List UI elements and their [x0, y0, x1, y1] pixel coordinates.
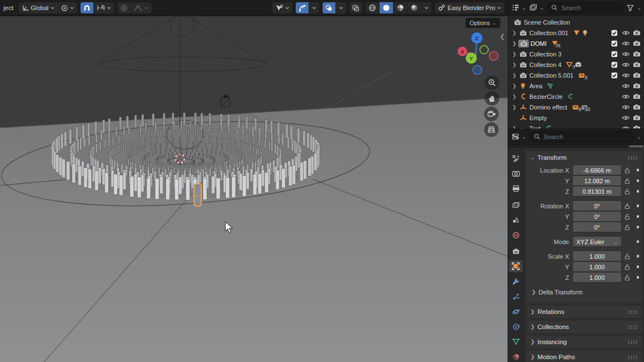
rotation-x-field[interactable]: 0°	[573, 201, 621, 211]
navigation-gizmo[interactable]: Z X Y	[457, 32, 502, 77]
animate-dot[interactable]	[633, 169, 642, 172]
shading-rendered-button[interactable]	[407, 2, 421, 13]
disclosure-chevron-icon[interactable]: ❯	[510, 94, 518, 99]
render-visibility-toggle[interactable]	[631, 40, 642, 46]
outliner-row-collection-001[interactable]: ❯Collection.001	[508, 27, 644, 38]
shading-dropdown[interactable]	[421, 2, 432, 13]
rotation-y-field[interactable]: 0°	[573, 212, 621, 221]
properties-tab-tool[interactable]	[509, 153, 523, 164]
lock-icon[interactable]	[621, 274, 633, 281]
animate-dot[interactable]	[633, 265, 642, 268]
outliner-row-domi[interactable]: ❯DOMI71	[508, 38, 644, 49]
lock-icon[interactable]	[621, 253, 633, 260]
outliner-row-collection-5-001[interactable]: ❯Collection 5.0012	[508, 70, 644, 80]
lock-icon[interactable]	[621, 224, 633, 231]
disclosure-chevron-icon[interactable]: ❯	[510, 104, 518, 110]
properties-tab-particles[interactable]	[509, 290, 523, 302]
disclosure-chevron-icon[interactable]: ❯	[510, 30, 518, 36]
transform-orientation-dropdown[interactable]: Global	[19, 2, 58, 13]
properties-editor-type-icon[interactable]	[512, 133, 519, 140]
visibility-dropdown[interactable]	[272, 2, 292, 13]
properties-tab-collection[interactable]	[509, 245, 523, 257]
panel-grip-icon[interactable]	[628, 355, 638, 359]
shading-wireframe-button[interactable]	[366, 2, 379, 13]
gizmo-dropdown[interactable]	[309, 2, 319, 13]
toggle-perspective-button[interactable]	[484, 122, 499, 137]
shading-solid-button[interactable]	[379, 2, 393, 13]
panel-grip-icon[interactable]	[628, 156, 638, 160]
disclosure-chevron-icon[interactable]: ❯	[510, 41, 518, 46]
lock-icon[interactable]	[621, 213, 633, 220]
exclude-checkbox[interactable]	[609, 61, 620, 68]
panel-grip-icon[interactable]	[628, 340, 638, 344]
scale-z-field[interactable]: 1.000	[573, 273, 621, 282]
display-mode-icon[interactable]	[529, 4, 537, 11]
overlays-dropdown[interactable]	[335, 2, 346, 13]
lock-icon[interactable]	[621, 167, 633, 174]
exclude-checkbox[interactable]	[609, 51, 620, 58]
hide-eye-toggle[interactable]	[620, 41, 631, 46]
proportional-falloff-dropdown[interactable]	[130, 2, 151, 13]
scale-x-field[interactable]: 1.000	[573, 251, 621, 261]
render-visibility-toggle[interactable]	[631, 115, 642, 121]
animate-dot[interactable]	[633, 226, 642, 228]
addon-dropdown[interactable]: Easy Blender Pro	[435, 2, 504, 13]
hide-eye-toggle[interactable]	[620, 30, 631, 36]
transform-panel-header[interactable]: ⌄ Transform	[527, 151, 642, 164]
properties-tab-object[interactable]	[509, 260, 523, 272]
xray-button[interactable]	[349, 2, 362, 13]
disclosure-chevron-icon[interactable]: ❯	[510, 73, 518, 78]
exclude-checkbox[interactable]	[609, 72, 620, 79]
animate-dot[interactable]	[633, 190, 642, 193]
disclosure-chevron-icon[interactable]: ❯	[510, 51, 518, 57]
panel-delta-transform[interactable]: ❯Delta Transform	[528, 286, 640, 298]
outliner-row-domino-effect[interactable]: ❯Domino effect512	[508, 102, 644, 112]
chevron-down-icon[interactable]: ⌄	[637, 134, 641, 140]
hide-eye-toggle[interactable]	[620, 104, 631, 110]
properties-tab-output[interactable]	[509, 183, 523, 194]
pan-button[interactable]	[485, 91, 499, 106]
snap-toggle-button[interactable]	[80, 2, 93, 13]
lock-icon[interactable]	[621, 188, 633, 195]
outliner-row-collection-3[interactable]: ❯Collection 3	[508, 49, 644, 59]
show-gizmo-button[interactable]	[296, 2, 309, 13]
outliner-search[interactable]	[547, 2, 624, 13]
exclude-checkbox[interactable]	[609, 40, 620, 47]
hide-eye-toggle[interactable]	[620, 73, 631, 78]
animate-dot[interactable]	[633, 215, 642, 218]
panel-motion-paths[interactable]: ❯Motion Paths	[527, 351, 642, 362]
hide-eye-toggle[interactable]	[620, 51, 631, 57]
properties-tab-physics[interactable]	[509, 306, 523, 317]
properties-tab-constraints[interactable]	[509, 321, 523, 332]
zoom-button[interactable]	[485, 75, 499, 90]
animate-dot[interactable]	[633, 240, 642, 243]
properties-tab-render[interactable]	[509, 168, 523, 179]
scrollbar-thumb[interactable]	[629, 145, 643, 147]
panel-collections[interactable]: ❯Collections	[527, 321, 642, 333]
rotation-z-field[interactable]: 0°	[573, 222, 621, 232]
panel-instancing[interactable]: ❯Instancing	[527, 336, 642, 348]
pivot-point-dropdown[interactable]	[58, 2, 77, 13]
properties-tab-world[interactable]	[509, 229, 523, 241]
camera-view-button[interactable]	[484, 107, 499, 121]
render-visibility-toggle[interactable]	[631, 51, 642, 57]
animate-dot[interactable]	[633, 179, 642, 182]
show-overlays-button[interactable]	[323, 2, 335, 13]
properties-tab-scene[interactable]	[509, 214, 523, 226]
3d-viewport[interactable]: Options ⌄ Z X Y	[0, 16, 508, 362]
render-visibility-toggle[interactable]	[631, 61, 642, 68]
outliner-row-collection-4[interactable]: ❯Collection 47	[508, 59, 644, 70]
hide-eye-toggle[interactable]	[620, 62, 631, 68]
outliner-row-text[interactable]: ❯aText	[508, 123, 644, 128]
properties-tab-view-layer[interactable]	[509, 199, 523, 211]
lock-icon[interactable]	[621, 264, 633, 270]
properties-search-input[interactable]	[543, 133, 630, 141]
hide-eye-toggle[interactable]	[620, 94, 631, 99]
animate-dot[interactable]	[633, 255, 642, 258]
disclosure-chevron-icon[interactable]: ❯	[510, 62, 518, 68]
panel-grip-icon[interactable]	[628, 310, 638, 314]
lock-icon[interactable]	[621, 203, 633, 209]
location-y-field[interactable]: 12.082 m	[573, 176, 621, 185]
properties-search[interactable]	[529, 131, 634, 142]
render-visibility-toggle[interactable]	[631, 83, 642, 89]
